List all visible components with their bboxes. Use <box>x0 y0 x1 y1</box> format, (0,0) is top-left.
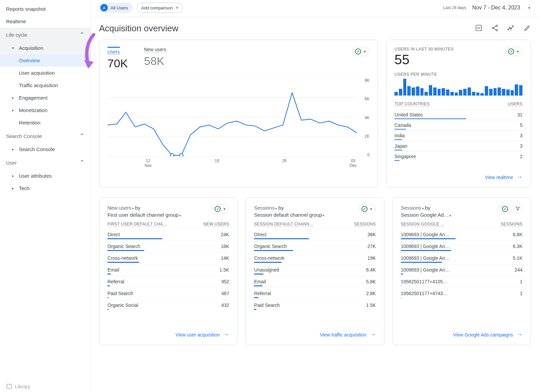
column-header: FIRST USER DEFAULT CHA… <box>107 222 167 227</box>
insights-icon[interactable] <box>475 24 482 33</box>
topbar: A All Users Add comparison + Last 28 day… <box>91 0 539 17</box>
chevron-down-icon: ▼ <box>363 50 367 54</box>
section-user[interactable]: User⌃ <box>0 155 91 170</box>
card-title: Sessions▾ bySession default channel grou… <box>254 204 324 218</box>
users-per-minute-chart <box>394 79 522 96</box>
column-header: SESSION DEFAULT CHANN… <box>254 222 313 227</box>
country-row: United States31 <box>394 109 522 118</box>
date-range-value[interactable]: Nov 7 - Dec 4, 2023 <box>472 5 520 11</box>
svg-point-5 <box>508 29 509 30</box>
nav-tech[interactable]: ▸Tech <box>0 182 91 194</box>
table-row: 19562501177+4105…1 <box>401 276 522 285</box>
library-link[interactable]: Library <box>6 383 30 389</box>
dimension-selector[interactable]: Session Google Ad…▾ <box>401 212 451 218</box>
users-line-chart: 8K6K4K2K0 <box>107 78 370 157</box>
data-quality-button[interactable]: ✓ <box>499 204 511 214</box>
users-trend-card: Users 70K New users 58K ✓ ▼ <box>99 40 378 188</box>
sessions-by-channel-card: Sessions▾ bySession default channel grou… <box>246 197 384 345</box>
table-row: 19562501177+4743…1 <box>401 288 522 297</box>
segment-badge: A <box>100 4 108 11</box>
chevron-up-icon: ⌃ <box>80 159 85 166</box>
metric-users[interactable]: Users 70K <box>107 47 128 70</box>
share-icon[interactable] <box>491 24 499 33</box>
caret-right-icon: ▸ <box>12 96 15 100</box>
arrow-right-icon: → <box>223 331 229 338</box>
data-quality-button[interactable]: ✓ ▼ <box>505 47 522 56</box>
segment-all-users[interactable]: A All Users <box>99 3 133 13</box>
trends-icon[interactable] <box>507 24 515 33</box>
users-per-minute-title: USERS PER MINUTE <box>394 72 522 77</box>
table-row: Organic Search27K <box>254 241 376 250</box>
plus-icon: + <box>176 5 179 11</box>
sidebar: Reports snapshot Realtime Life cycle⌃ ▾A… <box>0 0 91 392</box>
view-report-link[interactable]: View user acquisition→ <box>176 331 229 338</box>
table-row: Referral2.8K <box>254 288 376 297</box>
svg-point-8 <box>512 26 513 27</box>
table-row: Organic Social432 <box>107 299 229 309</box>
check-icon: ✓ <box>355 48 361 55</box>
section-search-console[interactable]: Search Console⌃ <box>0 129 91 143</box>
data-quality-button[interactable]: ✓▼ <box>358 204 376 214</box>
nav-retention[interactable]: Retention <box>0 116 91 129</box>
country-row: Canada5 <box>394 120 522 129</box>
new-users-by-channel-card: New users▾ byFirst user default channel … <box>99 197 237 345</box>
nav-monetization[interactable]: ▸Monetization <box>0 104 91 116</box>
chevron-up-icon: ⌃ <box>80 31 85 38</box>
view-report-link[interactable]: View traffic acquisition→ <box>320 331 376 338</box>
caret-right-icon: ▸ <box>12 108 15 112</box>
nav-traffic-acquisition[interactable]: Traffic acquisition <box>0 79 91 92</box>
arrow-right-icon: → <box>370 331 376 338</box>
svg-point-7 <box>511 28 512 29</box>
dimension-selector[interactable]: First user default channel group▾ <box>107 212 181 218</box>
check-icon: ✓ <box>215 206 221 212</box>
caret-down-icon: ▾ <box>12 46 15 50</box>
dimension-selector[interactable]: Session default channel group▾ <box>254 212 324 218</box>
svg-point-14 <box>170 153 174 156</box>
realtime-card: USERS IN LAST 30 MINUTES 55 ✓ ▼ USERS PE… <box>386 40 531 188</box>
table-row: 1009693 | Google An…5.1K <box>401 252 522 262</box>
view-report-link[interactable]: View Google Ads campaigns→ <box>453 331 522 338</box>
nav-user-acquisition[interactable]: User acquisition <box>0 67 91 79</box>
nav-acquisition[interactable]: ▾Acquisition <box>0 42 91 54</box>
filter-button[interactable] <box>513 204 522 214</box>
view-realtime-link[interactable]: View realtime→ <box>485 174 522 181</box>
table-row: Organic Search16K <box>107 241 229 250</box>
check-icon: ✓ <box>361 206 368 212</box>
chevron-down-icon: ▼ <box>516 50 519 54</box>
library-icon <box>6 383 12 389</box>
column-header: NEW USERS <box>203 222 229 227</box>
table-row: Cross-network19K <box>254 252 376 262</box>
top-countries-label: TOP COUNTRIES <box>394 102 430 107</box>
add-comparison-button[interactable]: Add comparison + <box>137 3 183 13</box>
nav-user-attributes[interactable]: ▸User attributes <box>0 170 91 182</box>
edit-icon[interactable] <box>524 24 531 33</box>
nav-reports-snapshot[interactable]: Reports snapshot <box>0 3 91 15</box>
nav-realtime[interactable]: Realtime <box>0 15 91 28</box>
svg-point-15 <box>180 153 183 156</box>
chevron-down-icon: ▼ <box>223 207 226 211</box>
card-title: New users▾ byFirst user default channel … <box>107 204 181 218</box>
date-range-label: Last 28 days <box>443 5 466 10</box>
page-title: Acquisition overview <box>99 23 179 34</box>
nav-engagement[interactable]: ▸Engagement <box>0 92 91 104</box>
check-icon: ✓ <box>508 48 514 55</box>
users-column-label: USERS <box>508 102 522 107</box>
nav-acquisition-overview[interactable]: Overview <box>0 54 91 67</box>
country-row: India3 <box>394 130 522 139</box>
section-life-cycle[interactable]: Life cycle⌃ <box>0 28 91 42</box>
data-quality-button[interactable]: ✓▼ <box>212 204 229 214</box>
metric-new-users[interactable]: New users 58K <box>144 47 166 70</box>
date-range-dropdown[interactable]: ▼ <box>528 6 531 10</box>
card-title: Sessions▾ bySession Google Ad…▾ <box>401 204 451 218</box>
column-header: SESSION GOOGLE … <box>401 222 445 227</box>
table-row: Paid Search1.5K <box>254 299 376 309</box>
column-header: SESSIONS <box>501 222 522 227</box>
table-row: Paid Search467 <box>107 288 229 297</box>
realtime-title: USERS IN LAST 30 MINUTES <box>394 47 454 51</box>
page-header: Acquisition overview <box>91 17 539 40</box>
table-row: Email1.5K <box>107 264 229 274</box>
country-row: Singapore2 <box>394 151 522 160</box>
data-quality-button[interactable]: ✓ ▼ <box>352 47 370 56</box>
chevron-up-icon: ⌃ <box>80 132 85 140</box>
nav-search-console[interactable]: ▸Search Console <box>0 143 91 155</box>
